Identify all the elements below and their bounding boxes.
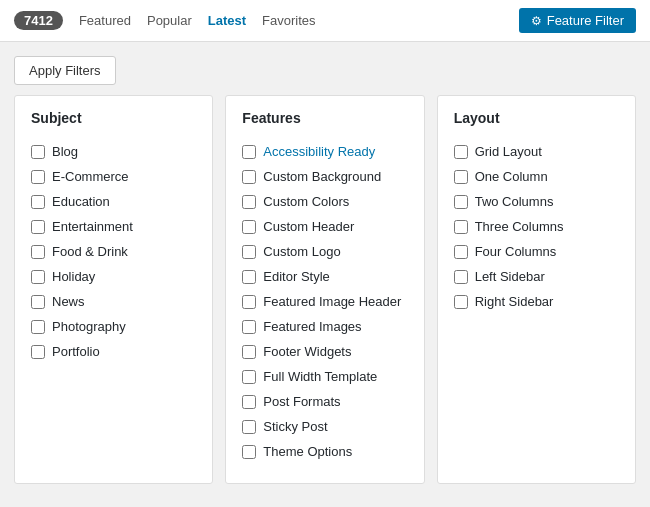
checkbox-editor-style[interactable] xyxy=(242,270,256,284)
list-item[interactable]: Custom Logo xyxy=(242,244,407,259)
label-custom-logo: Custom Logo xyxy=(263,244,340,259)
checkbox-blog[interactable] xyxy=(31,145,45,159)
checkbox-holiday[interactable] xyxy=(31,270,45,284)
checkbox-custom-colors[interactable] xyxy=(242,195,256,209)
checkbox-education[interactable] xyxy=(31,195,45,209)
checkbox-four-columns[interactable] xyxy=(454,245,468,259)
checkbox-three-columns[interactable] xyxy=(454,220,468,234)
list-item[interactable]: Custom Colors xyxy=(242,194,407,209)
nav-latest[interactable]: Latest xyxy=(208,13,246,28)
gear-icon: ⚙ xyxy=(531,14,542,28)
checkbox-grid-layout[interactable] xyxy=(454,145,468,159)
list-item[interactable]: Sticky Post xyxy=(242,419,407,434)
label-photography: Photography xyxy=(52,319,126,334)
label-education: Education xyxy=(52,194,110,209)
label-full-width-template: Full Width Template xyxy=(263,369,377,384)
list-item[interactable]: Entertainment xyxy=(31,219,196,234)
checkbox-news[interactable] xyxy=(31,295,45,309)
list-item[interactable]: Custom Background xyxy=(242,169,407,184)
checkbox-featured-images[interactable] xyxy=(242,320,256,334)
checkbox-custom-logo[interactable] xyxy=(242,245,256,259)
label-editor-style: Editor Style xyxy=(263,269,329,284)
apply-filters-button[interactable]: Apply Filters xyxy=(14,56,116,85)
list-item[interactable]: Theme Options xyxy=(242,444,407,459)
label-left-sidebar: Left Sidebar xyxy=(475,269,545,284)
list-item[interactable]: E-Commerce xyxy=(31,169,196,184)
list-item[interactable]: Editor Style xyxy=(242,269,407,284)
label-one-column: One Column xyxy=(475,169,548,184)
checkbox-custom-header[interactable] xyxy=(242,220,256,234)
label-featured-image-header: Featured Image Header xyxy=(263,294,401,309)
columns-container: Subject Blog E-Commerce Education Entert… xyxy=(0,95,650,498)
subject-title: Subject xyxy=(31,110,196,132)
list-item[interactable]: Featured Images xyxy=(242,319,407,334)
list-item[interactable]: News xyxy=(31,294,196,309)
label-custom-colors: Custom Colors xyxy=(263,194,349,209)
checkbox-custom-background[interactable] xyxy=(242,170,256,184)
list-item[interactable]: Holiday xyxy=(31,269,196,284)
list-item[interactable]: Featured Image Header xyxy=(242,294,407,309)
label-sticky-post: Sticky Post xyxy=(263,419,327,434)
feature-filter-button[interactable]: ⚙ Feature Filter xyxy=(519,8,636,33)
label-post-formats: Post Formats xyxy=(263,394,340,409)
list-item[interactable]: One Column xyxy=(454,169,619,184)
label-theme-options: Theme Options xyxy=(263,444,352,459)
label-entertainment: Entertainment xyxy=(52,219,133,234)
label-grid-layout: Grid Layout xyxy=(475,144,542,159)
list-item[interactable]: Three Columns xyxy=(454,219,619,234)
list-item[interactable]: Right Sidebar xyxy=(454,294,619,309)
label-accessibility-ready: Accessibility Ready xyxy=(263,144,375,159)
list-item[interactable]: Grid Layout xyxy=(454,144,619,159)
list-item[interactable]: Custom Header xyxy=(242,219,407,234)
checkbox-ecommerce[interactable] xyxy=(31,170,45,184)
label-footer-widgets: Footer Widgets xyxy=(263,344,351,359)
checkbox-footer-widgets[interactable] xyxy=(242,345,256,359)
checkbox-photography[interactable] xyxy=(31,320,45,334)
list-item[interactable]: Accessibility Ready xyxy=(242,144,407,159)
checkbox-right-sidebar[interactable] xyxy=(454,295,468,309)
label-three-columns: Three Columns xyxy=(475,219,564,234)
list-item[interactable]: Footer Widgets xyxy=(242,344,407,359)
nav-featured[interactable]: Featured xyxy=(79,13,131,28)
feature-filter-label: Feature Filter xyxy=(547,13,624,28)
label-two-columns: Two Columns xyxy=(475,194,554,209)
list-item[interactable]: Full Width Template xyxy=(242,369,407,384)
checkbox-sticky-post[interactable] xyxy=(242,420,256,434)
checkbox-two-columns[interactable] xyxy=(454,195,468,209)
list-item[interactable]: Portfolio xyxy=(31,344,196,359)
list-item[interactable]: Two Columns xyxy=(454,194,619,209)
label-right-sidebar: Right Sidebar xyxy=(475,294,554,309)
checkbox-accessibility-ready[interactable] xyxy=(242,145,256,159)
list-item[interactable]: Food & Drink xyxy=(31,244,196,259)
list-item[interactable]: Left Sidebar xyxy=(454,269,619,284)
label-news: News xyxy=(52,294,85,309)
checkbox-one-column[interactable] xyxy=(454,170,468,184)
checkbox-left-sidebar[interactable] xyxy=(454,270,468,284)
label-food-drink: Food & Drink xyxy=(52,244,128,259)
checkbox-entertainment[interactable] xyxy=(31,220,45,234)
label-blog: Blog xyxy=(52,144,78,159)
checkbox-portfolio[interactable] xyxy=(31,345,45,359)
list-item[interactable]: Four Columns xyxy=(454,244,619,259)
checkbox-full-width-template[interactable] xyxy=(242,370,256,384)
label-custom-background: Custom Background xyxy=(263,169,381,184)
features-title: Features xyxy=(242,110,407,132)
list-item[interactable]: Blog xyxy=(31,144,196,159)
top-bar: 7412 Featured Popular Latest Favorites ⚙… xyxy=(0,0,650,42)
list-item[interactable]: Photography xyxy=(31,319,196,334)
label-featured-images: Featured Images xyxy=(263,319,361,334)
nav-favorites[interactable]: Favorites xyxy=(262,13,315,28)
checkbox-post-formats[interactable] xyxy=(242,395,256,409)
layout-title: Layout xyxy=(454,110,619,132)
label-four-columns: Four Columns xyxy=(475,244,557,259)
list-item[interactable]: Post Formats xyxy=(242,394,407,409)
label-ecommerce: E-Commerce xyxy=(52,169,129,184)
subject-column: Subject Blog E-Commerce Education Entert… xyxy=(14,95,213,484)
features-column: Features Accessibility Ready Custom Back… xyxy=(225,95,424,484)
checkbox-food-drink[interactable] xyxy=(31,245,45,259)
checkbox-theme-options[interactable] xyxy=(242,445,256,459)
label-custom-header: Custom Header xyxy=(263,219,354,234)
nav-popular[interactable]: Popular xyxy=(147,13,192,28)
list-item[interactable]: Education xyxy=(31,194,196,209)
checkbox-featured-image-header[interactable] xyxy=(242,295,256,309)
